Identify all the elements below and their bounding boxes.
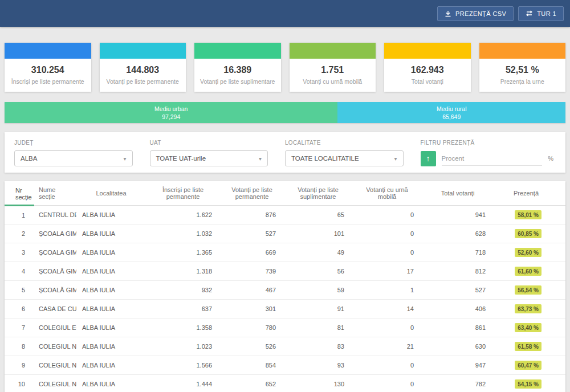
stat-card-2: 16.389Votanți pe liste suplimentare [194,43,281,92]
cell-nume: COLEGIUL N... [34,337,76,356]
direction-toggle-button[interactable]: ↑ [421,151,436,166]
table-row[interactable]: 8COLEGIUL N...ALBA IULIA1.02352683216306… [5,337,565,356]
prezenta-badge: 56,54 % [515,285,542,295]
medium-urban-segment: Mediu urban 97,294 [5,102,337,123]
stat-card-5: 52,51 %Prezența la urne [479,43,566,92]
results-table-card: Nr secțieNume secțieLocalitateaÎnscriși … [5,181,565,392]
cell-prezenta: 61,60 % [494,262,565,281]
medium-rural-label: Mediu rural [437,105,467,112]
stat-color-bar [384,43,471,59]
stat-color-bar [100,43,186,59]
filter-prezenta: FILTRU PREZENȚĂ ↑ % [421,140,556,166]
prezenta-csv-button[interactable]: PREZENȚĂ CSV [437,6,514,21]
table-row[interactable]: 1CENTRUL DE ...ALBA IULIA1.6228766509415… [5,206,565,224]
filter-localitate: LOCALITATE TOATE LOCALITATILE ▾ [285,140,421,166]
cell-nume: ȘCOALĂ GIM... [34,262,76,281]
table-column-header[interactable]: Votanți pe liste suplimentare [284,181,352,206]
cell-prezenta: 63,73 % [494,300,565,318]
judet-selected-value: ALBA [21,155,37,162]
cell-votanti_suplimentare: 59 [284,281,352,300]
table-row[interactable]: 6CASA DE CUL...ALBA IULIA637301911440663… [5,300,565,318]
cell-votanti_permanente: 854 [220,356,284,375]
stat-color-bar [5,43,91,59]
table-column-header[interactable]: Înscriși pe liste permanente [146,181,220,206]
table-column-header[interactable]: Nr secție [5,181,34,206]
prezenta-badge: 52,60 % [515,248,542,257]
stat-label: Votanți pe liste suplimentare [198,78,278,85]
download-icon [445,10,451,17]
stat-value: 144.803 [100,65,186,75]
table-row[interactable]: 5ȘCOALĂ GIM...ALBA IULIA93246759152756,5… [5,281,565,300]
cell-votanti_permanente: 780 [220,318,284,337]
cell-localitate: ALBA IULIA [76,281,146,300]
medium-rural-segment: Mediu rural 65,649 [337,102,565,123]
cell-localitate: ALBA IULIA [76,300,146,318]
table-row[interactable]: 7COLEGIUL EC...ALBA IULIA1.3587808108616… [5,318,565,337]
cell-votanti_suplimentare: 81 [284,318,352,337]
cell-prezenta: 63,40 % [494,318,565,337]
table-column-header[interactable]: Localitatea [76,181,146,206]
table-column-header[interactable]: Votanți pe liste permanente [220,181,284,206]
cell-votanti_suplimentare: 83 [284,337,352,356]
cell-nr: 2 [5,224,34,243]
cell-nume: CASA DE CUL... [34,300,76,318]
cell-prezenta: 52,60 % [494,243,565,262]
stats-row: 310.254Înscriși pe liste permanente144.8… [5,43,565,92]
stat-card-4: 162.943Total votanți [384,43,471,92]
cell-votanti_permanente: 301 [220,300,284,318]
judet-select[interactable]: ALBA ▾ [14,150,133,166]
filter-judet-label: JUDEȚ [14,140,133,146]
cell-votanti_suplimentare: 56 [284,262,352,281]
table-row[interactable]: 2ȘCOALA GIM...ALBA IULIA1.03252710106286… [5,224,565,243]
cell-localitate: ALBA IULIA [76,206,146,224]
cell-nr: 7 [5,318,34,337]
cell-votanti_permanente: 876 [220,206,284,224]
table-row[interactable]: 4ȘCOALĂ GIM...ALBA IULIA1.31873956178126… [5,262,565,281]
stat-label: Prezența la urne [483,78,563,85]
stat-color-bar [290,43,376,59]
localitate-select[interactable]: TOATE LOCALITATILE ▾ [285,150,404,166]
table-row[interactable]: 3ȘCOALA GIM...ALBA IULIA1.36566949071852… [5,243,565,262]
cell-urna_mobila: 0 [352,243,422,262]
table-column-header[interactable]: Total votanți [422,181,494,206]
filter-judet: JUDEȚ ALBA ▾ [14,140,150,166]
table-column-header[interactable]: Nume secție [34,181,76,206]
cell-urna_mobila: 17 [352,262,422,281]
table-row[interactable]: 9COLEGIUL N...ALBA IULIA1.56685493094760… [5,356,565,375]
stat-label: Votanți cu urnă mobilă [293,78,373,85]
cell-urna_mobila: 0 [352,375,422,392]
percent-suffix: % [548,155,553,162]
prezenta-badge: 54,15 % [515,379,542,389]
cell-urna_mobila: 1 [352,281,422,300]
cell-nume: ȘCOALA GIM... [34,243,76,262]
cell-nume: ȘCOALĂ GIM... [34,281,76,300]
uat-select[interactable]: TOATE UAT-urile ▾ [150,150,268,166]
table-row[interactable]: 10COLEGIUL N...ALBA IULIA1.4446521300782… [5,375,565,392]
cell-votanti_suplimentare: 130 [284,375,352,392]
tur-button[interactable]: TUR 1 [518,6,564,21]
procent-input[interactable] [442,151,543,166]
filter-prezenta-label: FILTRU PREZENȚĂ [421,140,554,146]
cell-total: 406 [422,300,494,318]
cell-total: 628 [422,224,494,243]
cell-total: 812 [422,262,494,281]
table-column-header[interactable]: Votanți cu urnă mobilă [352,181,422,206]
cell-nume: COLEGIUL EC... [34,318,76,337]
cell-votanti_permanente: 526 [220,337,284,356]
cell-nr: 6 [5,300,34,318]
uat-selected-value: TOATE UAT-urile [156,155,206,162]
cell-prezenta: 60,47 % [494,356,565,375]
stat-card-0: 310.254Înscriși pe liste permanente [5,43,91,92]
cell-nr: 9 [5,356,34,375]
prezenta-badge: 63,40 % [515,323,542,332]
table-column-header[interactable]: Prezență [494,181,565,206]
stat-label: Înscriși pe liste permanente [8,78,88,85]
prezenta-badge: 58,01 % [515,210,542,219]
stat-value: 162.943 [384,65,471,75]
cell-votanti_suplimentare: 101 [284,224,352,243]
cell-inscrisi: 1.365 [146,243,220,262]
cell-total: 527 [422,281,494,300]
stat-label: Total votanți [388,78,467,85]
cell-total: 630 [422,337,494,356]
cell-nr: 4 [5,262,34,281]
